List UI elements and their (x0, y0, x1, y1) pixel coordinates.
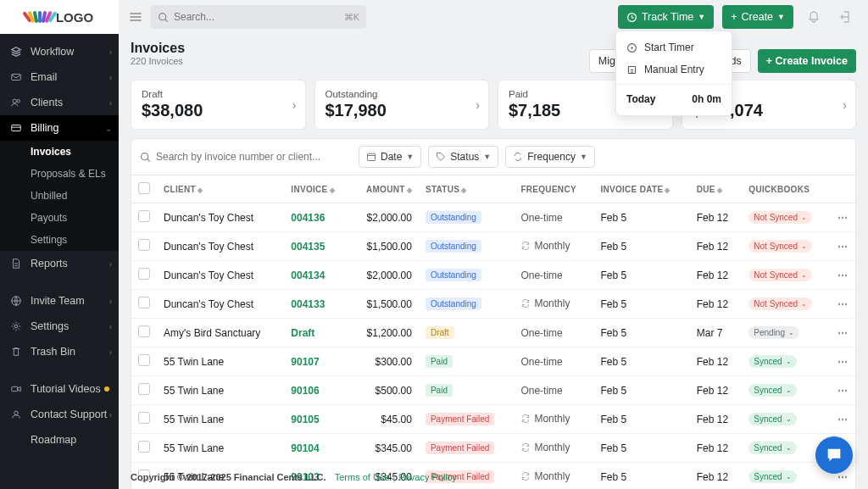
row-actions[interactable]: ⋯ (831, 232, 855, 261)
cell-invoice[interactable]: Draft (284, 319, 350, 347)
table-row[interactable]: Duncan's Toy Chest004134$2,000.00Outstan… (131, 261, 855, 290)
row-checkbox[interactable] (138, 297, 150, 308)
cell-invoice[interactable]: 90107 (284, 347, 350, 376)
nav-sub-proposals-els[interactable]: Proposals & ELs (0, 163, 119, 185)
stat-draft[interactable]: Draft$38,080› (131, 80, 306, 130)
nav-tutorial-videos[interactable]: Tutorial Videos (0, 376, 119, 402)
menu-toggle-icon[interactable] (129, 10, 142, 24)
chevron-icon: › (109, 98, 112, 108)
cell-qb[interactable]: Not Synced ⌄ (742, 261, 831, 290)
cell-qb[interactable]: Not Synced ⌄ (742, 203, 831, 232)
stat-outstanding[interactable]: Outstanding$17,980› (314, 80, 490, 130)
svg-rect-6 (12, 386, 18, 391)
cell-qb[interactable]: Not Synced ⌄ (742, 290, 831, 319)
cell-qb[interactable]: Synced ⌄ (742, 347, 831, 376)
cell-qb[interactable]: Synced ⌄ (742, 376, 831, 405)
cell-status: Outstanding (419, 203, 514, 232)
cell-invoice[interactable]: 004133 (284, 290, 350, 319)
cell-client: Duncan's Toy Chest (157, 290, 284, 319)
row-checkbox[interactable] (138, 325, 150, 337)
filter-frequency[interactable]: Frequency▼ (505, 146, 595, 168)
chevron-icon: › (109, 73, 112, 82)
nav-sub-unbilled[interactable]: Unbilled (0, 185, 119, 207)
start-timer-item[interactable]: Start Timer (616, 36, 732, 58)
cell-client: 55 Twin Lane (157, 434, 284, 463)
table-row[interactable]: 55 Twin Lane90104$345.00Payment Failed M… (131, 434, 855, 463)
cell-invoice[interactable]: 004135 (284, 232, 350, 261)
logo[interactable]: LOGO (0, 0, 119, 34)
nav-invite-team[interactable]: Invite Team› (0, 288, 119, 314)
table-row[interactable]: Duncan's Toy Chest004133$1,500.00Outstan… (131, 290, 855, 319)
nav-contact-support[interactable]: Contact Support› (0, 402, 119, 427)
nav-sub-settings[interactable]: Settings (0, 229, 119, 251)
cell-frequency: One-time (514, 319, 593, 347)
nav-roadmap[interactable]: Roadmap (0, 427, 119, 453)
table-row[interactable]: Duncan's Toy Chest004135$1,500.00Outstan… (131, 232, 855, 261)
global-search[interactable]: ⌘K (151, 5, 366, 29)
cell-qb[interactable]: Pending ⌄ (742, 319, 831, 347)
logout-icon[interactable] (834, 10, 858, 24)
nav-sub-invoices[interactable]: Invoices (0, 141, 119, 163)
cell-invoice[interactable]: 004134 (284, 261, 350, 290)
bell-icon[interactable] (802, 10, 826, 24)
nav-trash-bin[interactable]: Trash Bin› (0, 339, 119, 364)
terms-link[interactable]: Terms of Use (335, 472, 390, 482)
nav-sub-payouts[interactable]: Payouts (0, 207, 119, 229)
cell-invoice[interactable]: 90105 (284, 405, 350, 434)
chat-bubble[interactable] (815, 436, 853, 474)
table-search-input[interactable] (156, 151, 352, 163)
row-actions[interactable]: ⋯ (831, 405, 855, 434)
cell-qb[interactable]: Not Synced ⌄ (742, 232, 831, 261)
dot-badge (104, 386, 109, 392)
create-button[interactable]: + Create ▼ (722, 5, 793, 29)
manual-entry-item[interactable]: Manual Entry (616, 58, 732, 81)
cell-date: Feb 5 (593, 203, 689, 232)
cell-status: Outstanding (419, 261, 514, 290)
row-checkbox[interactable] (138, 441, 150, 453)
row-actions[interactable]: ⋯ (831, 347, 855, 376)
nav-label: Email (31, 71, 57, 83)
today-summary: Today 0h 0m (616, 88, 732, 110)
cell-invoice[interactable]: 90106 (284, 376, 350, 405)
row-actions[interactable]: ⋯ (831, 319, 855, 347)
row-checkbox[interactable] (138, 210, 150, 222)
col-frequency: FREQUENCY (514, 175, 593, 203)
row-checkbox[interactable] (138, 354, 150, 366)
row-checkbox[interactable] (138, 383, 150, 395)
nav-workflow[interactable]: Workflow› (0, 39, 119, 64)
table-row[interactable]: 55 Twin Lane90105$45.00Payment Failed Mo… (131, 405, 855, 434)
search-shortcut: ⌘K (344, 12, 359, 23)
table-row[interactable]: 55 Twin Lane90107$300.00PaidOne-timeFeb … (131, 347, 855, 376)
nav-settings[interactable]: Settings› (0, 314, 119, 339)
nav-email[interactable]: Email› (0, 64, 119, 90)
track-time-button[interactable]: Track Time ▼ (618, 5, 714, 29)
cell-invoice[interactable]: 90104 (284, 434, 350, 463)
filter-date[interactable]: Date▼ (359, 146, 421, 168)
cell-amount: $45.00 (350, 405, 419, 434)
row-actions[interactable]: ⋯ (831, 290, 855, 319)
row-checkbox[interactable] (138, 239, 150, 251)
table-row[interactable]: Duncan's Toy Chest004136$2,000.00Outstan… (131, 203, 855, 232)
global-search-input[interactable] (174, 11, 344, 23)
row-actions[interactable]: ⋯ (831, 376, 855, 405)
cell-date: Feb 5 (593, 232, 689, 261)
table-row[interactable]: Amy's Bird SanctuaryDraft$1,200.00DraftO… (131, 319, 855, 347)
nav-billing[interactable]: Billing⌄ (0, 115, 119, 141)
row-checkbox[interactable] (138, 412, 150, 424)
filter-status[interactable]: Status▼ (428, 146, 498, 168)
create-invoice-button[interactable]: + Create Invoice (758, 49, 856, 73)
row-actions[interactable]: ⋯ (831, 261, 855, 290)
col-amount: AMOUNT◆ (350, 175, 419, 203)
nav-reports[interactable]: Reports› (0, 251, 119, 276)
cell-due: Feb 12 (690, 434, 743, 463)
row-actions[interactable]: ⋯ (831, 203, 855, 232)
row-checkbox[interactable] (138, 268, 150, 280)
cell-qb[interactable]: Synced ⌄ (742, 405, 831, 434)
nav-clients[interactable]: Clients› (0, 90, 119, 115)
cell-invoice[interactable]: 004136 (284, 203, 350, 232)
svg-point-2 (17, 100, 20, 103)
table-row[interactable]: 55 Twin Lane90106$500.00PaidOne-timeFeb … (131, 376, 855, 405)
privacy-link[interactable]: Privacy Policy (398, 472, 456, 482)
table-search[interactable] (140, 151, 352, 163)
select-all-checkbox[interactable] (138, 182, 150, 194)
